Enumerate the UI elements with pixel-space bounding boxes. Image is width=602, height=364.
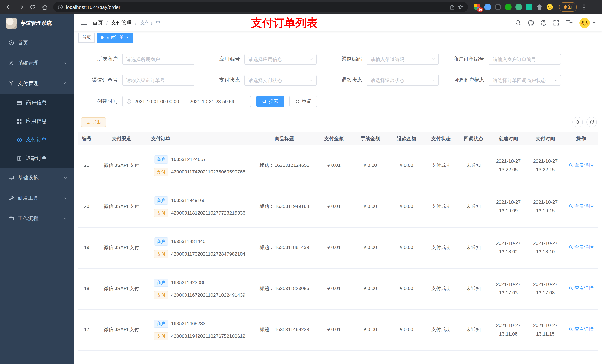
- notify-status-select[interactable]: [489, 75, 561, 86]
- site-info-icon[interactable]: [58, 4, 63, 10]
- channel-order-no-input[interactable]: [122, 75, 194, 86]
- pay-tag: 支付: [154, 250, 168, 258]
- sidebar-item-home[interactable]: 首页: [0, 32, 74, 53]
- view-detail-label: 查看详情: [574, 202, 594, 210]
- share-icon[interactable]: [450, 4, 455, 10]
- cell-amount: ¥ 0.01: [316, 145, 352, 186]
- sidebar-item-workflow[interactable]: 工作流程: [0, 208, 74, 229]
- search-button[interactable]: 搜索: [256, 96, 284, 107]
- close-icon[interactable]: [126, 36, 129, 39]
- filter-field-create-time: 创建时间 2021-10-01 00:00:00 - 2021-10-31 23…: [78, 96, 251, 107]
- merchant-select-input[interactable]: [122, 54, 194, 65]
- sidebar-item-refund-order[interactable]: 退款订单: [0, 149, 74, 167]
- sidebar-toggle-icon[interactable]: [78, 18, 89, 27]
- date-range-picker[interactable]: 2021-10-01 00:00:00 - 2021-10-31 23:59:5…: [122, 96, 251, 107]
- sidebar-item-system[interactable]: 系统管理: [0, 53, 74, 73]
- cell-create-time: 2021-10-27 13:19:09: [490, 186, 527, 227]
- pay-status-select[interactable]: [244, 75, 317, 86]
- cell-refund: ¥ 0.00: [388, 186, 425, 227]
- app-logo[interactable]: 芋道管理系统: [0, 14, 74, 32]
- sidebar-item-label: 工作流程: [18, 215, 39, 222]
- sidebar-item-infrastructure[interactable]: 基础设施: [0, 167, 74, 188]
- browser-update-button[interactable]: 更新: [559, 2, 577, 12]
- tab-home[interactable]: 首页: [78, 33, 95, 42]
- reset-button[interactable]: 重置: [289, 96, 317, 107]
- title-value: 1635311881439: [275, 245, 309, 250]
- view-detail-link[interactable]: 查看详情: [569, 284, 594, 292]
- extensions-pin-icon[interactable]: [536, 4, 543, 10]
- sidebar-item-dev-tools[interactable]: 研发工具: [0, 188, 74, 208]
- dashboard-icon: [8, 40, 14, 45]
- profile-emoji-icon[interactable]: [547, 4, 553, 10]
- merchant-tag: 商户: [154, 237, 168, 245]
- view-detail-link[interactable]: 查看详情: [569, 243, 594, 251]
- github-icon[interactable]: [527, 20, 534, 26]
- cell-pay-order: 商户1635311468233 支付4200001194202110276752…: [147, 309, 253, 350]
- date-start-value[interactable]: 2021-10-01 00:00:00: [134, 99, 179, 104]
- cell-create-time: 2021-10-27 13:22:05: [490, 145, 527, 186]
- address-bar[interactable]: localhost:1024/pay/order: [53, 2, 468, 12]
- cell-notify-status: [457, 350, 490, 364]
- search-icon: [569, 286, 573, 291]
- merchant-tag: 商户: [154, 278, 168, 287]
- fullscreen-icon[interactable]: [553, 20, 559, 26]
- cell-id: 17: [78, 309, 96, 350]
- cell-pay-time: 2021-10-27 13:22:15: [527, 145, 564, 186]
- reset-button-label: 重置: [302, 98, 311, 105]
- channel-order-no: 4200001167202110271022491439: [171, 291, 245, 299]
- refresh-table-icon[interactable]: [586, 117, 597, 127]
- sidebar-item-pay-order[interactable]: 支付订单: [0, 131, 74, 149]
- browser-home-icon[interactable]: [39, 2, 50, 12]
- breadcrumb-home[interactable]: 首页: [93, 20, 103, 26]
- app-title: 芋道管理系统: [21, 20, 52, 27]
- bookmark-star-icon[interactable]: [458, 4, 463, 10]
- channel-order-no: 4200001194202110276752100612: [171, 332, 245, 340]
- browser-forward-icon[interactable]: [16, 2, 26, 12]
- merchant-order-no-input[interactable]: [489, 54, 561, 65]
- cell-amount: ¥ 0.01: [316, 268, 352, 309]
- browser-menu-icon[interactable]: [581, 2, 587, 12]
- view-detail-link[interactable]: 查看详情: [569, 325, 594, 333]
- sidebar-item-app-info[interactable]: 应用信息: [0, 112, 74, 131]
- tab-pay-order[interactable]: 支付订单: [97, 33, 133, 42]
- cell-pay-order: 商户1635311949168 支付4200001181202110277723…: [147, 186, 253, 227]
- cell-actions: 查看详情: [564, 186, 598, 227]
- help-icon[interactable]: [540, 20, 547, 26]
- export-button[interactable]: 导出: [81, 117, 106, 127]
- cell-id: 21: [78, 145, 96, 186]
- search-icon[interactable]: [515, 20, 521, 26]
- extension-colorful-icon[interactable]: 10: [474, 4, 481, 10]
- extension-dark-icon[interactable]: [495, 4, 501, 10]
- breadcrumb-section[interactable]: 支付管理: [111, 20, 132, 26]
- cell-pay-time: 2021-10-27 13:17:08: [527, 268, 564, 309]
- chevron-up-icon: [63, 81, 67, 85]
- filter-field-app-no: 应用编号: [200, 54, 322, 65]
- col-id: 编号: [78, 132, 96, 145]
- breadcrumb: 首页 / 支付管理 / 支付订单: [93, 20, 161, 26]
- sidebar-item-payment[interactable]: 支付管理: [0, 73, 74, 94]
- extension-teal-icon[interactable]: [526, 4, 532, 10]
- cell-title: 标题：1635311823086: [253, 268, 316, 309]
- extension-vue-icon[interactable]: [515, 4, 522, 10]
- cell-pay-time: 2021-10-27 13:19:15: [527, 186, 564, 227]
- refund-status-select[interactable]: [366, 75, 439, 86]
- search-icon: [569, 327, 573, 332]
- app-select-input[interactable]: [244, 54, 317, 65]
- page-content: 所属商户 应用编号 渠道编码: [74, 44, 602, 364]
- url-text[interactable]: localhost:1024/pay/order: [66, 4, 447, 10]
- view-detail-link[interactable]: 查看详情: [569, 161, 594, 169]
- browser-reload-icon[interactable]: [27, 2, 38, 12]
- breadcrumb-current: 支付订单: [140, 20, 161, 26]
- page-annotation-title: 支付订单列表: [251, 17, 318, 29]
- user-avatar[interactable]: [579, 17, 596, 28]
- date-end-value[interactable]: 2021-10-31 23:59:59: [190, 99, 234, 104]
- browser-back-icon[interactable]: [4, 2, 14, 12]
- sidebar-item-merchant-info[interactable]: 商户信息: [0, 94, 74, 112]
- extension-blue-icon[interactable]: [484, 4, 491, 10]
- extension-green-icon[interactable]: [505, 4, 512, 10]
- toggle-search-icon[interactable]: [572, 117, 583, 127]
- breadcrumb-separator: /: [106, 20, 108, 26]
- view-detail-link[interactable]: 查看详情: [569, 202, 594, 210]
- font-size-icon[interactable]: [566, 20, 573, 26]
- channel-code-input[interactable]: [366, 54, 439, 65]
